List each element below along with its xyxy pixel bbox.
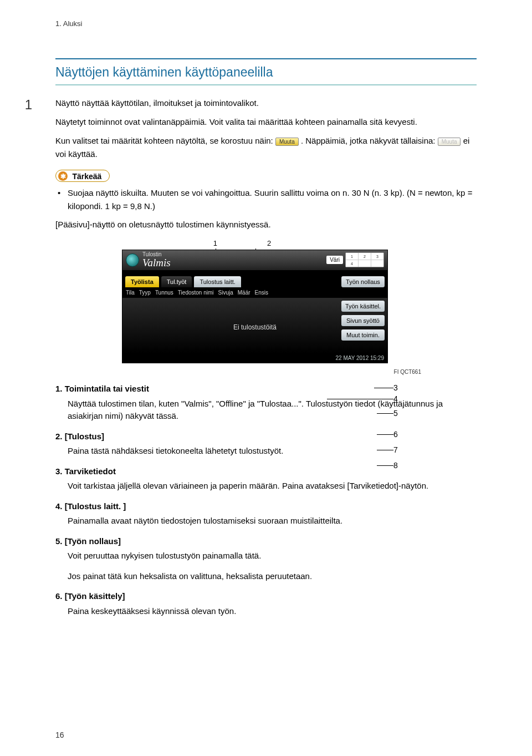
callout-line <box>377 413 393 414</box>
inline-button-disabled: Muuta <box>438 138 461 146</box>
callout-number: 5 <box>393 409 398 418</box>
chapter-number: 1 <box>25 97 32 112</box>
def-term: 2. [Tulostus] <box>55 430 477 443</box>
tray-cell <box>359 260 371 267</box>
col-header: Tyyp <box>139 290 151 296</box>
callout-number: 1 <box>213 239 217 247</box>
section-title-block: Näyttöjen käyttäminen käyttöpaneelilla <box>55 58 477 85</box>
def-desc: Paina tästä nähdäksesi tietokoneelta läh… <box>68 445 477 458</box>
callout-number: 2 <box>267 239 271 247</box>
btn-job-reset[interactable]: Työn nollaus <box>341 276 385 287</box>
col-header: Tunnus <box>155 290 173 296</box>
page-number: 16 <box>55 730 64 739</box>
tab-print-from-device[interactable]: Tulostus laitt. <box>194 276 241 287</box>
inline-button-highlighted: Muuta <box>275 138 299 146</box>
callout-line <box>377 450 393 450</box>
callout-number: 8 <box>393 461 398 470</box>
important-callout: ✱ Tärkeää <box>55 170 110 182</box>
paragraph: Näyttö näyttää käyttötilan, ilmoitukset … <box>55 97 477 110</box>
callout-line <box>377 465 393 466</box>
important-label: Tärkeää <box>72 172 101 181</box>
tab-printjobs[interactable]: Tul.työt <box>161 276 192 287</box>
paragraph: Kun valitset tai määrität kohteen näytöl… <box>55 134 477 161</box>
callout-line <box>377 434 393 435</box>
paragraph: [Pääsivu]-näyttö on oletusnäyttö tulosti… <box>55 218 477 231</box>
section-title: Näyttöjen käyttäminen käyttöpaneelilla <box>55 65 477 80</box>
tray-cell: 3 <box>371 253 383 260</box>
column-header-row: Tila Tyyp Tunnus Tiedoston nimi Sivuja M… <box>122 287 387 298</box>
tray-cell: 4 <box>346 260 358 267</box>
job-list-body: Ei tulostustöitä Työn käsittel. Sivun sy… <box>122 298 387 353</box>
col-header: Tiedoston nimi <box>178 290 214 296</box>
callout-line <box>327 399 393 399</box>
def-desc: Painamalla avaat näytön tiedostojen tulo… <box>68 515 477 527</box>
callout-number: 6 <box>393 430 398 439</box>
callout-line <box>374 388 393 388</box>
def-desc: Voit tarkistaa jäljellä olevan väriainee… <box>68 480 477 493</box>
printer-icon <box>126 253 139 267</box>
chapter-number-badge: 1 <box>0 97 38 113</box>
paragraph: Näytetyt toiminnot ovat valintanäppäimiä… <box>55 115 477 129</box>
panel-header-text: Tulostin Valmis <box>142 252 326 268</box>
asterisk-icon: ✱ <box>58 171 68 181</box>
tray-cell: 1 <box>346 253 358 260</box>
def-term: 3. Tarviketiedot <box>55 465 477 478</box>
panel-datetime: 22 MAY 2012 15:29 <box>336 355 384 361</box>
def-term: 6. [Työn käsittely] <box>55 590 477 603</box>
def-term: 1. Toimintatila tai viestit <box>55 383 477 395</box>
tab-joblist[interactable]: Työlista <box>125 276 159 287</box>
def-desc: Näyttää tulostimen tilan, kuten "Valmis"… <box>68 398 477 423</box>
col-header: Tila <box>126 290 135 296</box>
def-desc: Voit peruuttaa nykyisen tulostustyön pai… <box>68 550 477 562</box>
panel-header-right: Väri 1 2 3 4 <box>326 252 384 267</box>
col-header: Sivuja <box>218 290 233 296</box>
figure-code: FI QCT661 <box>55 369 421 375</box>
def-desc: Paina keskeyttääksesi käynnissä olevan t… <box>68 605 477 618</box>
side-button-stack: Työn käsittel. Sivun syöttö Muut toimin. <box>341 301 385 341</box>
panel-footer: 22 MAY 2012 15:29 <box>122 353 387 363</box>
def-term: 5. [Työn nollaus] <box>55 535 477 548</box>
panel-header: Tulostin Valmis Väri 1 2 3 4 <box>122 250 387 270</box>
tray-cell: 2 <box>359 253 371 260</box>
callout-number: 7 <box>393 445 398 454</box>
btn-other-actions[interactable]: Muut toimin. <box>341 329 385 341</box>
panel-figure: 1 2 Tulostin Valmis Väri 1 2 3 4 <box>122 239 410 363</box>
bullet-item: Suojaa näyttö iskuilta. Muuten se voi va… <box>68 186 477 212</box>
callout-top-row: 1 2 <box>122 239 410 247</box>
callout-number: 3 <box>393 383 398 392</box>
paragraph-fragment: . Näppäimiä, jotka näkyvät tällaisina: <box>301 136 438 145</box>
btn-form-feed[interactable]: Sivun syöttö <box>341 315 385 326</box>
panel-status: Valmis <box>142 257 326 268</box>
def-desc: Jos painat tätä kun heksalista on valitt… <box>68 570 477 583</box>
btn-job-handling[interactable]: Työn käsittel. <box>341 301 385 312</box>
def-term: 4. [Tulostus laitt. ] <box>55 500 477 513</box>
tray-indicator[interactable]: 1 2 3 4 <box>345 252 384 267</box>
running-header: 1. Aluksi <box>55 17 477 28</box>
printer-panel: Tulostin Valmis Väri 1 2 3 4 <box>122 250 388 363</box>
col-header: Määr <box>238 290 250 296</box>
col-header: Ensis <box>255 290 268 296</box>
color-pill[interactable]: Väri <box>326 256 343 264</box>
paragraph-fragment: Kun valitset tai määrität kohteen näytöl… <box>55 136 275 145</box>
tray-cell <box>371 260 383 267</box>
callout-number: 4 <box>393 394 398 403</box>
tab-row: Työlista Tul.työt Tulostus laitt. Työn n… <box>122 273 387 287</box>
definition-list: 1. Toimintatila tai viestit Näyttää tulo… <box>55 383 477 617</box>
